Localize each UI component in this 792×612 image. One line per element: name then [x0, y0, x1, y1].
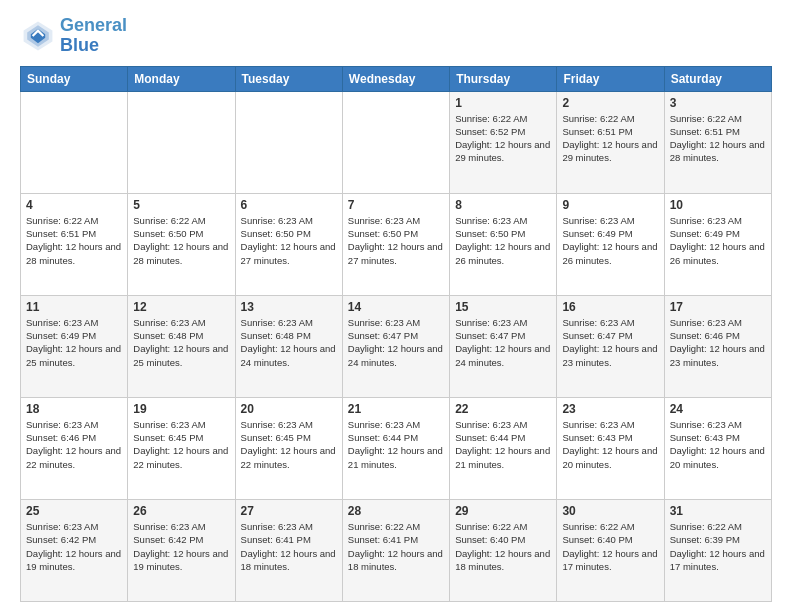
- day-number: 10: [670, 198, 766, 212]
- day-info: Sunrise: 6:23 AM Sunset: 6:46 PM Dayligh…: [670, 316, 766, 369]
- day-cell: 25Sunrise: 6:23 AM Sunset: 6:42 PM Dayli…: [21, 499, 128, 601]
- weekday-header-sunday: Sunday: [21, 66, 128, 91]
- day-cell: 11Sunrise: 6:23 AM Sunset: 6:49 PM Dayli…: [21, 295, 128, 397]
- day-cell: 29Sunrise: 6:22 AM Sunset: 6:40 PM Dayli…: [450, 499, 557, 601]
- day-number: 16: [562, 300, 658, 314]
- day-info: Sunrise: 6:23 AM Sunset: 6:47 PM Dayligh…: [562, 316, 658, 369]
- logo-icon: [20, 18, 56, 54]
- day-cell: 30Sunrise: 6:22 AM Sunset: 6:40 PM Dayli…: [557, 499, 664, 601]
- day-cell: 27Sunrise: 6:23 AM Sunset: 6:41 PM Dayli…: [235, 499, 342, 601]
- week-row-2: 11Sunrise: 6:23 AM Sunset: 6:49 PM Dayli…: [21, 295, 772, 397]
- day-info: Sunrise: 6:22 AM Sunset: 6:50 PM Dayligh…: [133, 214, 229, 267]
- day-cell: 26Sunrise: 6:23 AM Sunset: 6:42 PM Dayli…: [128, 499, 235, 601]
- day-info: Sunrise: 6:23 AM Sunset: 6:45 PM Dayligh…: [241, 418, 337, 471]
- day-info: Sunrise: 6:23 AM Sunset: 6:41 PM Dayligh…: [241, 520, 337, 573]
- header: General Blue: [20, 16, 772, 56]
- day-number: 2: [562, 96, 658, 110]
- day-cell: 24Sunrise: 6:23 AM Sunset: 6:43 PM Dayli…: [664, 397, 771, 499]
- day-info: Sunrise: 6:22 AM Sunset: 6:51 PM Dayligh…: [562, 112, 658, 165]
- day-cell: 1Sunrise: 6:22 AM Sunset: 6:52 PM Daylig…: [450, 91, 557, 193]
- day-number: 20: [241, 402, 337, 416]
- day-info: Sunrise: 6:22 AM Sunset: 6:40 PM Dayligh…: [562, 520, 658, 573]
- day-number: 4: [26, 198, 122, 212]
- day-info: Sunrise: 6:23 AM Sunset: 6:45 PM Dayligh…: [133, 418, 229, 471]
- week-row-1: 4Sunrise: 6:22 AM Sunset: 6:51 PM Daylig…: [21, 193, 772, 295]
- day-number: 27: [241, 504, 337, 518]
- day-cell: 7Sunrise: 6:23 AM Sunset: 6:50 PM Daylig…: [342, 193, 449, 295]
- day-number: 31: [670, 504, 766, 518]
- day-info: Sunrise: 6:23 AM Sunset: 6:48 PM Dayligh…: [241, 316, 337, 369]
- day-number: 19: [133, 402, 229, 416]
- week-row-0: 1Sunrise: 6:22 AM Sunset: 6:52 PM Daylig…: [21, 91, 772, 193]
- day-info: Sunrise: 6:22 AM Sunset: 6:39 PM Dayligh…: [670, 520, 766, 573]
- day-cell: 2Sunrise: 6:22 AM Sunset: 6:51 PM Daylig…: [557, 91, 664, 193]
- day-number: 22: [455, 402, 551, 416]
- day-number: 26: [133, 504, 229, 518]
- calendar-table: SundayMondayTuesdayWednesdayThursdayFrid…: [20, 66, 772, 602]
- day-info: Sunrise: 6:22 AM Sunset: 6:41 PM Dayligh…: [348, 520, 444, 573]
- day-info: Sunrise: 6:23 AM Sunset: 6:43 PM Dayligh…: [562, 418, 658, 471]
- day-cell: 9Sunrise: 6:23 AM Sunset: 6:49 PM Daylig…: [557, 193, 664, 295]
- logo-text: General Blue: [60, 16, 127, 56]
- weekday-header-saturday: Saturday: [664, 66, 771, 91]
- day-info: Sunrise: 6:23 AM Sunset: 6:49 PM Dayligh…: [670, 214, 766, 267]
- day-cell: 4Sunrise: 6:22 AM Sunset: 6:51 PM Daylig…: [21, 193, 128, 295]
- day-cell: 19Sunrise: 6:23 AM Sunset: 6:45 PM Dayli…: [128, 397, 235, 499]
- day-number: 28: [348, 504, 444, 518]
- day-cell: 28Sunrise: 6:22 AM Sunset: 6:41 PM Dayli…: [342, 499, 449, 601]
- weekday-header-wednesday: Wednesday: [342, 66, 449, 91]
- day-cell: [128, 91, 235, 193]
- day-number: 21: [348, 402, 444, 416]
- day-number: 11: [26, 300, 122, 314]
- day-number: 17: [670, 300, 766, 314]
- day-info: Sunrise: 6:22 AM Sunset: 6:52 PM Dayligh…: [455, 112, 551, 165]
- day-number: 5: [133, 198, 229, 212]
- week-row-3: 18Sunrise: 6:23 AM Sunset: 6:46 PM Dayli…: [21, 397, 772, 499]
- day-cell: 3Sunrise: 6:22 AM Sunset: 6:51 PM Daylig…: [664, 91, 771, 193]
- day-cell: [342, 91, 449, 193]
- day-cell: [21, 91, 128, 193]
- day-number: 12: [133, 300, 229, 314]
- weekday-header-tuesday: Tuesday: [235, 66, 342, 91]
- day-cell: [235, 91, 342, 193]
- day-number: 23: [562, 402, 658, 416]
- day-cell: 20Sunrise: 6:23 AM Sunset: 6:45 PM Dayli…: [235, 397, 342, 499]
- day-cell: 10Sunrise: 6:23 AM Sunset: 6:49 PM Dayli…: [664, 193, 771, 295]
- day-info: Sunrise: 6:23 AM Sunset: 6:50 PM Dayligh…: [241, 214, 337, 267]
- day-info: Sunrise: 6:23 AM Sunset: 6:46 PM Dayligh…: [26, 418, 122, 471]
- page: General Blue SundayMondayTuesdayWednesda…: [0, 0, 792, 612]
- day-number: 9: [562, 198, 658, 212]
- day-cell: 31Sunrise: 6:22 AM Sunset: 6:39 PM Dayli…: [664, 499, 771, 601]
- weekday-header-row: SundayMondayTuesdayWednesdayThursdayFrid…: [21, 66, 772, 91]
- day-info: Sunrise: 6:23 AM Sunset: 6:50 PM Dayligh…: [348, 214, 444, 267]
- day-number: 8: [455, 198, 551, 212]
- day-cell: 16Sunrise: 6:23 AM Sunset: 6:47 PM Dayli…: [557, 295, 664, 397]
- weekday-header-thursday: Thursday: [450, 66, 557, 91]
- day-cell: 14Sunrise: 6:23 AM Sunset: 6:47 PM Dayli…: [342, 295, 449, 397]
- logo: General Blue: [20, 16, 127, 56]
- day-number: 15: [455, 300, 551, 314]
- day-cell: 15Sunrise: 6:23 AM Sunset: 6:47 PM Dayli…: [450, 295, 557, 397]
- day-cell: 22Sunrise: 6:23 AM Sunset: 6:44 PM Dayli…: [450, 397, 557, 499]
- day-cell: 8Sunrise: 6:23 AM Sunset: 6:50 PM Daylig…: [450, 193, 557, 295]
- day-cell: 6Sunrise: 6:23 AM Sunset: 6:50 PM Daylig…: [235, 193, 342, 295]
- day-number: 1: [455, 96, 551, 110]
- day-cell: 13Sunrise: 6:23 AM Sunset: 6:48 PM Dayli…: [235, 295, 342, 397]
- day-cell: 17Sunrise: 6:23 AM Sunset: 6:46 PM Dayli…: [664, 295, 771, 397]
- week-row-4: 25Sunrise: 6:23 AM Sunset: 6:42 PM Dayli…: [21, 499, 772, 601]
- day-number: 13: [241, 300, 337, 314]
- day-info: Sunrise: 6:23 AM Sunset: 6:43 PM Dayligh…: [670, 418, 766, 471]
- day-info: Sunrise: 6:23 AM Sunset: 6:48 PM Dayligh…: [133, 316, 229, 369]
- day-info: Sunrise: 6:22 AM Sunset: 6:40 PM Dayligh…: [455, 520, 551, 573]
- day-info: Sunrise: 6:23 AM Sunset: 6:42 PM Dayligh…: [133, 520, 229, 573]
- day-info: Sunrise: 6:22 AM Sunset: 6:51 PM Dayligh…: [26, 214, 122, 267]
- day-number: 6: [241, 198, 337, 212]
- day-info: Sunrise: 6:23 AM Sunset: 6:50 PM Dayligh…: [455, 214, 551, 267]
- day-info: Sunrise: 6:23 AM Sunset: 6:44 PM Dayligh…: [455, 418, 551, 471]
- day-info: Sunrise: 6:22 AM Sunset: 6:51 PM Dayligh…: [670, 112, 766, 165]
- day-info: Sunrise: 6:23 AM Sunset: 6:49 PM Dayligh…: [26, 316, 122, 369]
- day-info: Sunrise: 6:23 AM Sunset: 6:44 PM Dayligh…: [348, 418, 444, 471]
- day-number: 7: [348, 198, 444, 212]
- day-number: 30: [562, 504, 658, 518]
- day-number: 18: [26, 402, 122, 416]
